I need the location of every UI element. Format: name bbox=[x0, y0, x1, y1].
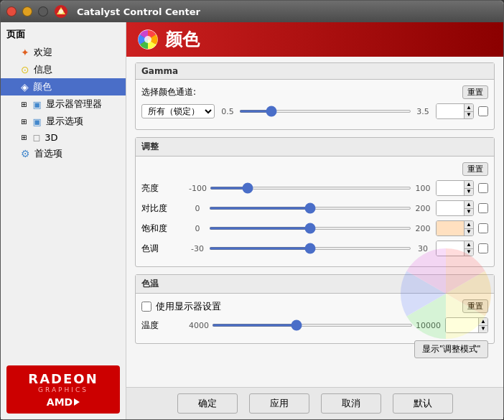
saturation-slider[interactable] bbox=[209, 227, 411, 230]
expand-icon3: ⊞ bbox=[21, 134, 27, 141]
sidebar-item-prefs[interactable]: ⚙ 首选项 bbox=[1, 145, 126, 162]
gamma-channel-row: 选择颜色通道: 重置 bbox=[141, 85, 488, 99]
contrast-label: 对比度 bbox=[141, 202, 185, 215]
gamma-checkbox[interactable] bbox=[478, 106, 488, 116]
adjust-reset-row: 重置 bbox=[141, 162, 488, 176]
contrast-value-wrap: 100 ▲ ▼ bbox=[436, 200, 474, 216]
brightness-checkbox[interactable] bbox=[478, 183, 488, 193]
adjust-section: 调整 重置 亮度 -100 100 bbox=[135, 137, 495, 267]
sidebar-item-label: 首选项 bbox=[34, 147, 62, 160]
sidebar-item-label: 显示器管理器 bbox=[46, 98, 102, 111]
hue-max: 30 bbox=[414, 244, 431, 253]
footer-buttons: 确定 应用 取消 默认 bbox=[126, 387, 503, 419]
sidebar-item-welcome[interactable]: ✦ 欢迎 bbox=[1, 44, 126, 61]
hue-label: 色调 bbox=[141, 243, 185, 255]
expand-icon: ⊞ bbox=[21, 101, 27, 108]
contrast-min: 0 bbox=[189, 204, 206, 213]
gamma-slider[interactable] bbox=[239, 110, 411, 113]
show-mode-button[interactable]: 显示"调整模式" bbox=[414, 340, 488, 358]
adjust-section-title: 调整 bbox=[136, 138, 494, 157]
cancel-button[interactable]: 取消 bbox=[321, 393, 381, 414]
svg-point-4 bbox=[144, 36, 151, 43]
gamma-min: 0.5 bbox=[219, 107, 236, 116]
color-icon: ◈ bbox=[21, 81, 29, 93]
brightness-spin-up[interactable]: ▲ bbox=[465, 181, 473, 188]
hue-row: 色调 -30 30 0 ▲ ▼ bbox=[141, 241, 488, 256]
use-display-label: 使用显示器设置 bbox=[156, 300, 221, 313]
sidebar-item-info[interactable]: ⊙ 信息 bbox=[1, 61, 126, 78]
maximize-button[interactable] bbox=[38, 6, 48, 17]
gamma-reset-button[interactable]: 重置 bbox=[462, 85, 488, 99]
temp-slider-row: 温度 4000 10000 6500 ▲ ▼ bbox=[141, 317, 488, 333]
gamma-max: 3.5 bbox=[414, 107, 431, 116]
saturation-value-input[interactable]: 100 bbox=[437, 221, 464, 235]
brightness-slider[interactable] bbox=[210, 187, 411, 190]
radeon-logo: RADEON GRAPHICS AMD bbox=[6, 365, 120, 414]
gamma-channel-select[interactable]: 所有（锁定）红色绿色蓝色 bbox=[141, 104, 215, 118]
contrast-slider[interactable] bbox=[209, 207, 411, 210]
sidebar-item-color[interactable]: ◈ 颜色 bbox=[1, 78, 126, 95]
expand-icon2: ⊞ bbox=[21, 118, 27, 126]
contrast-value-input[interactable]: 100 bbox=[437, 201, 464, 215]
saturation-spin-up[interactable]: ▲ bbox=[465, 221, 473, 228]
temp-spin-up[interactable]: ▲ bbox=[479, 318, 487, 325]
brightness-value-wrap: -66 ▲ ▼ bbox=[436, 180, 474, 196]
color-temp-use-display-row: 使用显示器设置 重置 bbox=[141, 299, 488, 313]
contrast-row: 对比度 0 200 100 ▲ ▼ bbox=[141, 200, 488, 216]
amd-text: AMD bbox=[47, 396, 80, 408]
use-display-checkbox[interactable] bbox=[141, 302, 151, 312]
contrast-spin-down[interactable]: ▼ bbox=[465, 208, 473, 216]
brightness-spin-down[interactable]: ▼ bbox=[465, 188, 473, 196]
default-button[interactable]: 默认 bbox=[393, 393, 453, 414]
saturation-label: 饱和度 bbox=[141, 223, 185, 235]
temp-value-input[interactable]: 6500 bbox=[446, 318, 478, 332]
sidebar-item-label: 3D bbox=[45, 132, 57, 143]
hue-spin-down[interactable]: ▼ bbox=[465, 248, 473, 256]
hue-min: -30 bbox=[189, 244, 206, 253]
sidebar-item-display-manager[interactable]: ⊞ ▣ 显示器管理器 bbox=[1, 95, 126, 113]
sidebar-item-label: 信息 bbox=[34, 63, 52, 76]
minimize-button[interactable] bbox=[22, 6, 32, 17]
gamma-value-input[interactable]: 1.00 bbox=[437, 104, 464, 118]
gamma-channel-label: 选择颜色通道: bbox=[141, 86, 196, 98]
contrast-spin-up[interactable]: ▲ bbox=[465, 201, 473, 208]
brightness-value-input[interactable]: -66 bbox=[437, 181, 464, 195]
brightness-label: 亮度 bbox=[141, 182, 185, 195]
gamma-value-wrap: 1.00 ▲ ▼ bbox=[436, 103, 474, 119]
contrast-max: 200 bbox=[414, 204, 431, 213]
sidebar-item-3d[interactable]: ⊞ ◻ 3D bbox=[1, 130, 126, 145]
svg-point-2 bbox=[59, 9, 63, 14]
sidebar-item-display-options[interactable]: ⊞ ▣ 显示选项 bbox=[1, 113, 126, 130]
hue-slider[interactable] bbox=[209, 247, 411, 250]
gamma-section-content: 选择颜色通道: 重置 所有（锁定）红色绿色蓝色 0.5 3.5 1.00 bbox=[136, 80, 494, 129]
hue-spin-up[interactable]: ▲ bbox=[465, 241, 473, 248]
sidebar-item-label: 欢迎 bbox=[34, 46, 52, 59]
gamma-spin-up[interactable]: ▲ bbox=[465, 104, 473, 111]
page-header-icon bbox=[138, 29, 158, 50]
contrast-slider-container: 0 200 bbox=[189, 204, 431, 213]
adjust-reset-button[interactable]: 重置 bbox=[462, 162, 488, 176]
color-temp-reset-button[interactable]: 重置 bbox=[462, 299, 488, 313]
saturation-spinners: ▲ ▼ bbox=[464, 221, 473, 235]
brightness-max: 100 bbox=[414, 184, 431, 193]
close-button[interactable] bbox=[6, 6, 17, 17]
saturation-spin-down[interactable]: ▼ bbox=[465, 228, 473, 236]
temp-spin-down[interactable]: ▼ bbox=[479, 325, 487, 333]
page-header: 颜色 bbox=[126, 22, 503, 57]
hue-value-input[interactable]: 0 bbox=[437, 241, 464, 256]
saturation-checkbox[interactable] bbox=[478, 223, 488, 233]
sidebar-label: 页面 bbox=[1, 25, 126, 44]
contrast-checkbox[interactable] bbox=[478, 203, 488, 213]
apply-button[interactable]: 应用 bbox=[249, 393, 309, 414]
gamma-spin-down[interactable]: ▼ bbox=[465, 111, 473, 119]
hue-checkbox[interactable] bbox=[478, 243, 488, 253]
content-area: 颜色 Gamma bbox=[126, 22, 503, 419]
color-temp-section-content: 使用显示器设置 重置 温度 4000 10000 6500 bbox=[136, 294, 494, 343]
confirm-button[interactable]: 确定 bbox=[177, 393, 238, 414]
temp-max: 10000 bbox=[416, 321, 441, 330]
gamma-section: Gamma 选择颜色通道: 重置 所有（锁定）红色绿色蓝色 0.5 bbox=[135, 62, 495, 130]
temp-spinners: ▲ ▼ bbox=[478, 318, 487, 332]
app-window: Catalyst Control Center 页面 ✦ 欢迎 ⊙ 信息 ◈ 颜… bbox=[0, 0, 504, 420]
sidebar-item-label: 颜色 bbox=[33, 80, 52, 93]
temp-slider[interactable] bbox=[212, 324, 413, 327]
